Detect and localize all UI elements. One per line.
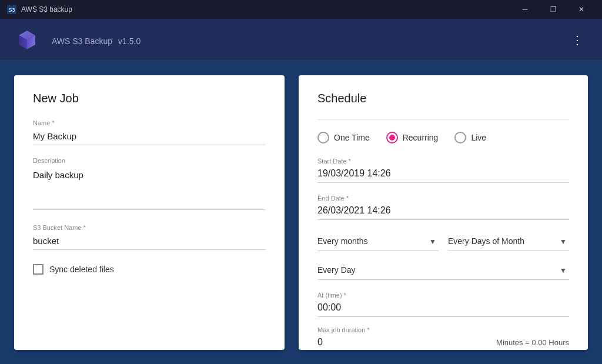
- max-duration-label: Max job duration *: [317, 326, 487, 333]
- radio-recurring[interactable]: Recurring: [386, 132, 439, 143]
- restore-button[interactable]: ❐: [540, 0, 567, 19]
- app-logo: [14, 27, 40, 53]
- new-job-card: New Job Name * Description Daily backup …: [14, 75, 285, 350]
- end-date-label: End Date *: [317, 195, 569, 202]
- schedule-card: Schedule One Time Recurring Live Start D…: [299, 75, 588, 350]
- description-field: Description Daily backup: [33, 157, 266, 212]
- name-field: Name *: [33, 119, 266, 145]
- app-title-wrapper: AWS S3 Backup v1.5.0: [49, 32, 141, 48]
- every-days-wrapper: Every Days of Month 1st 15th Last ▼: [448, 232, 569, 251]
- radio-one-time-circle[interactable]: [317, 132, 329, 143]
- every-day-select[interactable]: Every Day Monday Tuesday Wednesday Thurs…: [317, 261, 569, 280]
- sync-label[interactable]: Sync deleted files: [49, 265, 114, 274]
- sync-row: Sync deleted files: [33, 264, 266, 275]
- bucket-field: S3 Bucket Name *: [33, 224, 266, 250]
- radio-live-label: Live: [471, 133, 486, 142]
- sync-checkbox[interactable]: [33, 264, 44, 275]
- minimize-button[interactable]: ─: [511, 0, 539, 19]
- start-date-label: Start Date *: [317, 158, 569, 165]
- menu-button[interactable]: ⋮: [567, 28, 588, 52]
- schedule-divider: [317, 119, 569, 120]
- titlebar-left: S3 AWS S3 backup: [7, 5, 72, 14]
- description-label: Description: [33, 157, 266, 164]
- every-months-select[interactable]: Every months Every 2 months Every 3 mont…: [317, 232, 439, 251]
- at-time-label: At (time) *: [317, 292, 569, 299]
- bucket-label: S3 Bucket Name *: [33, 224, 266, 231]
- app-version: v1.5.0: [118, 36, 141, 46]
- main-content: New Job Name * Description Daily backup …: [0, 61, 602, 364]
- every-days-select[interactable]: Every Days of Month 1st 15th Last: [448, 232, 569, 251]
- radio-live[interactable]: Live: [454, 132, 486, 143]
- end-date-field: End Date * 26/03/2021 14:26: [317, 195, 569, 220]
- new-job-title: New Job: [33, 92, 266, 105]
- radio-one-time-label: One Time: [334, 133, 370, 142]
- radio-live-circle[interactable]: [454, 132, 466, 143]
- start-date-field: Start Date * 19/03/2019 14:26: [317, 158, 569, 183]
- app-header: AWS S3 Backup v1.5.0 ⋮: [0, 19, 602, 61]
- name-label: Name *: [33, 119, 266, 126]
- close-button[interactable]: ✕: [568, 0, 595, 19]
- radio-recurring-circle[interactable]: [386, 132, 398, 143]
- titlebar-app-name: AWS S3 backup: [21, 5, 72, 14]
- app-title: AWS S3 Backup v1.5.0: [49, 32, 141, 47]
- titlebar: S3 AWS S3 backup ─ ❐ ✕: [0, 0, 602, 19]
- at-time-value[interactable]: 00:00: [317, 300, 569, 317]
- bucket-input[interactable]: [33, 233, 266, 250]
- max-duration-note: Minutes = 0.00 Hours: [496, 338, 569, 350]
- radio-one-time[interactable]: One Time: [317, 132, 370, 143]
- name-input[interactable]: [33, 129, 266, 145]
- every-months-wrapper: Every months Every 2 months Every 3 mont…: [317, 232, 439, 251]
- max-duration-row: Max job duration * 0 Minutes = 0.00 Hour…: [317, 326, 569, 350]
- titlebar-controls: ─ ❐ ✕: [511, 0, 595, 19]
- months-days-row: Every months Every 2 months Every 3 mont…: [317, 232, 569, 251]
- radio-recurring-label: Recurring: [403, 133, 439, 142]
- app-icon-small: S3: [7, 5, 16, 14]
- radio-group: One Time Recurring Live: [317, 132, 569, 143]
- end-date-value[interactable]: 26/03/2021 14:26: [317, 203, 569, 220]
- start-date-value[interactable]: 19/03/2019 14:26: [317, 166, 569, 183]
- every-day-wrapper: Every Day Monday Tuesday Wednesday Thurs…: [317, 261, 569, 280]
- max-duration-value[interactable]: 0: [317, 335, 487, 350]
- app-header-left: AWS S3 Backup v1.5.0: [14, 27, 141, 53]
- app-title-text: AWS S3 Backup: [52, 36, 112, 46]
- svg-text:S3: S3: [8, 7, 15, 13]
- description-input[interactable]: Daily backup: [33, 166, 266, 210]
- schedule-title: Schedule: [317, 92, 569, 105]
- at-time-field: At (time) * 00:00: [317, 292, 569, 317]
- max-duration-field: Max job duration * 0: [317, 326, 487, 350]
